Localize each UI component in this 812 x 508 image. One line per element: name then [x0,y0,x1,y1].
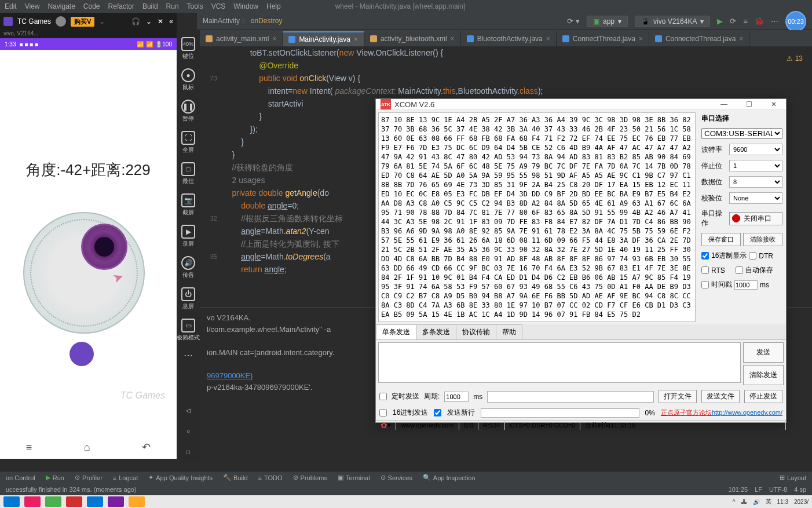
services-button[interactable]: ⊙ Services [381,474,412,481]
timestamp-checkbox[interactable] [701,281,709,288]
problems-button[interactable]: ⊘ Problems [293,474,327,481]
com-port-select[interactable]: COM3:USB-SERIAL CH340 [701,128,782,139]
profiler-icon[interactable]: ≡ [743,17,748,25]
tab-help[interactable]: 帮助 [496,324,522,339]
menu-tools[interactable]: Tools [187,2,203,10]
xcom-titlebar[interactable]: ATK XCOM V2.6 — ☐ ✕ [376,99,786,110]
tab-protocol[interactable]: 协议传输 [456,324,496,339]
close-icon[interactable]: × [739,35,743,43]
close-port-button[interactable]: 关闭串口 [729,212,782,225]
user-avatar-icon[interactable] [56,16,66,27]
send-textarea[interactable] [378,342,741,383]
version-control-button[interactable]: on Control [6,474,35,481]
menu-vcs[interactable]: VCS [211,2,226,10]
more-icon[interactable]: ⋯ [771,17,778,25]
wheel-handle[interactable] [81,224,127,270]
menu-build[interactable]: Build [142,2,158,10]
task-app2-icon[interactable] [45,496,61,507]
gear-icon[interactable]: ✿ [381,421,387,430]
tray-up-icon[interactable]: ^ [733,499,736,505]
tool-pause[interactable]: ❚❚暂停 [181,97,195,125]
profiler-button[interactable]: ⊙ Profiler [75,474,103,481]
tab-connectedthread-java[interactable]: ConnectedThread.java× [649,31,749,46]
menu-edit[interactable]: Edit [5,2,17,10]
quality-button[interactable]: ✦ App Quality Insights [148,474,213,481]
clear-send-button[interactable]: 清除发送 [743,365,784,385]
headset-icon[interactable]: 🎧 [131,17,140,25]
sync-icon[interactable]: ⟳ ▾ [567,17,580,25]
dropdown-icon[interactable]: ⌄ [99,17,105,25]
menu-code[interactable]: Code [83,2,100,10]
forum-link[interactable]: 正点原子官方论坛http://www.openedv.com/ [661,408,782,417]
status-url[interactable]: www.openedv.com [396,421,459,430]
period-input[interactable] [444,392,469,402]
nav-home[interactable]: ○ [181,424,195,438]
tool-screenshot[interactable]: 📷截屏 [181,191,195,219]
windows-start-icon[interactable] [3,496,20,507]
data-select[interactable]: 8 [729,176,782,188]
tool-screenoff[interactable]: ⏻息屏 [181,285,195,313]
tool-more[interactable]: ⋯ [184,348,193,363]
tool-record[interactable]: ▶录屏 [181,222,195,250]
action-button[interactable] [70,342,94,366]
tab-connectthread-java[interactable]: ConnectThread.java× [557,31,649,46]
send-file-button[interactable]: 发送文件 [701,390,740,403]
tool-fullscreen[interactable]: ⛶全屏 [181,129,195,156]
debug-icon[interactable]: ⟳ [730,17,736,25]
logcat-button[interactable]: ≡ Logcat [113,474,138,481]
tool-keymapping[interactable]: 40%键位 [181,35,195,63]
close-icon[interactable]: ✕ [158,17,163,25]
tab-mainactivity-java[interactable]: MainActivity.java× [283,31,364,46]
line-separator[interactable]: LF [755,486,762,493]
tray-network-icon[interactable]: 🖧 [741,499,747,505]
device-selector[interactable]: 📱vivo V2164KA▾ [635,16,710,27]
timer-badge[interactable]: 00:23 [785,11,806,32]
tool-minimal[interactable]: ▭极简模式 [177,316,200,344]
cursor-position[interactable]: 101:25 [729,486,748,493]
tab-multi-send[interactable]: 多条发送 [416,324,456,339]
save-window-button[interactable]: 保存窗口 [701,233,741,246]
menu-help[interactable]: Help [266,2,281,10]
task-vscode-icon[interactable] [87,496,103,507]
minimize-icon[interactable]: ⌄ [146,17,152,25]
tool-audio[interactable]: 🔊传音 [181,254,195,282]
maximize-button[interactable]: ☐ [741,99,757,109]
hex-display-checkbox[interactable] [701,252,709,260]
close-icon[interactable]: × [639,35,643,43]
tool-mouse[interactable]: ●鼠标 [181,66,195,94]
run-button[interactable]: ▶Run [46,474,64,481]
run-config-selector[interactable]: ▣app▾ [587,16,628,27]
menu-view[interactable]: View [25,2,40,10]
task-app5-icon[interactable] [108,496,124,507]
build-button[interactable]: 🔨 Build [223,474,247,481]
nav-back-icon[interactable]: ↶ [142,441,151,454]
todo-button[interactable]: ≡ TODO [258,474,283,481]
timestamp-interval[interactable] [734,280,758,290]
dtr-checkbox[interactable] [749,252,756,260]
breadcrumb-method[interactable]: onDestroy [251,17,283,25]
encoding[interactable]: UTF-8 [769,486,787,493]
nav-home-icon[interactable]: ⌂ [84,441,90,454]
task-xcom-icon[interactable] [66,496,82,507]
tab-single-send[interactable]: 单条发送 [376,324,416,339]
parity-select[interactable]: None [729,192,782,204]
bug-icon[interactable]: 🐞 [755,17,764,25]
nav-menu-icon[interactable]: ≡ [26,441,32,454]
menu-window[interactable]: Window [233,2,258,10]
wheel-control[interactable] [23,212,145,334]
close-icon[interactable]: × [451,35,455,43]
breadcrumb-class[interactable]: MainActivity [203,17,240,25]
menu-refactor[interactable]: Refactor [108,2,134,10]
rts-checkbox[interactable] [701,266,709,274]
tray-volume-icon[interactable]: 🔊 [753,499,760,505]
file-path-field[interactable] [487,391,654,403]
send-newline-checkbox[interactable] [434,409,441,416]
tab-activity-main-xml[interactable]: activity_main.xml× [200,31,283,46]
nav-back[interactable]: ◁ [181,403,195,417]
tab-bluetoothactivity-java[interactable]: BluetoothActivity.java× [461,31,557,46]
warnings-badge[interactable]: ⚠ 13 [787,52,803,65]
tab-activity-bluetooth-xml[interactable]: activity_bluetooth.xml× [364,31,461,46]
task-app1-icon[interactable] [24,496,41,507]
buy-button[interactable]: 购买V [71,17,94,27]
hex-send-checkbox[interactable] [379,409,387,416]
